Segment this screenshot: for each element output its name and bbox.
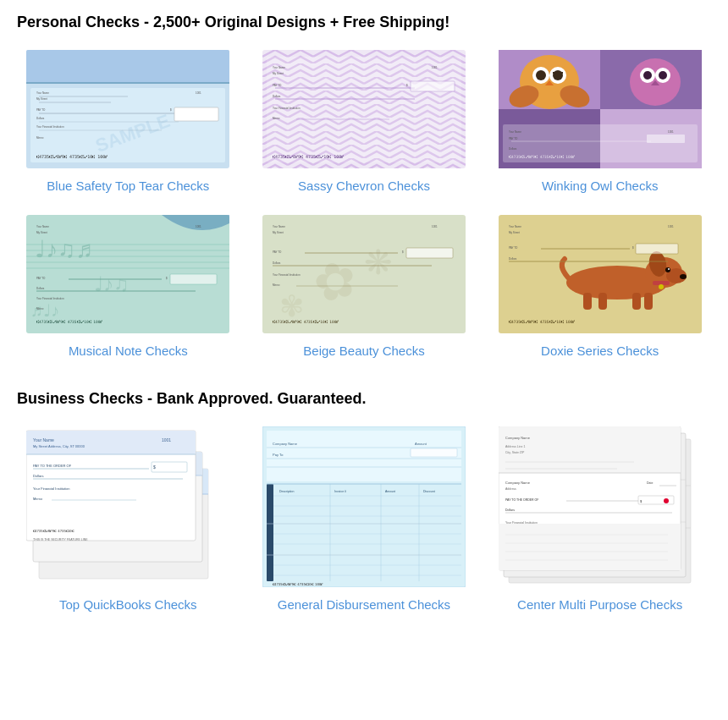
svg-point-107: [665, 267, 670, 272]
svg-text:Address Line 1: Address Line 1: [505, 445, 525, 448]
svg-text:Dollars: Dollars: [273, 261, 281, 265]
svg-rect-2: [26, 82, 229, 84]
svg-rect-111: [598, 293, 607, 310]
personal-section: Personal Checks - 2,500+ Original Design…: [17, 14, 711, 360]
product-doxie-series: Your Name My Street 1001 PAY TO $ Dollar…: [488, 215, 711, 360]
svg-text:1001: 1001: [668, 225, 674, 228]
product-link-general-disbursement[interactable]: General Disbursement Checks: [278, 596, 450, 613]
svg-text:$: $: [153, 464, 156, 470]
product-link-top-quickbooks[interactable]: Top QuickBooks Checks: [59, 596, 197, 613]
svg-point-115: [659, 284, 664, 289]
svg-text:Memo: Memo: [36, 307, 44, 311]
svg-text:Company Name: Company Name: [505, 481, 531, 485]
svg-rect-122: [636, 244, 678, 254]
svg-text:1001: 1001: [432, 66, 438, 69]
svg-text:Your Financial Institution: Your Financial Institution: [36, 125, 64, 129]
svg-text:✾: ✾: [279, 289, 304, 322]
svg-point-53: [643, 71, 652, 80]
svg-text:Dollars: Dollars: [36, 117, 45, 120]
svg-text:Amount: Amount: [385, 490, 395, 493]
svg-text:PAY TO: PAY TO: [36, 108, 46, 112]
svg-rect-1: [26, 50, 229, 84]
svg-text:Date: Date: [647, 481, 653, 485]
svg-rect-148: [152, 462, 187, 472]
svg-text:⑆4735⑆5⑇8⑈9⑆  4735⑆5⑇10⑆  100⑈: ⑆4735⑆5⑇8⑈9⑆ 4735⑆5⑇10⑆ 100⑈: [509, 155, 575, 159]
svg-text:Your Financial Institution: Your Financial Institution: [273, 107, 301, 110]
svg-text:1001: 1001: [668, 130, 674, 134]
svg-text:Your Name: Your Name: [509, 130, 521, 134]
svg-text:PAY TO THE ORDER OF: PAY TO THE ORDER OF: [33, 464, 72, 468]
personal-section-title: Personal Checks - 2,500+ Original Design…: [17, 14, 711, 35]
svg-text:⑆4735⑆5⑇8⑈9⑆  4735⑆10⑆  100⑈: ⑆4735⑆5⑇8⑈9⑆ 4735⑆10⑆ 100⑈: [273, 582, 323, 586]
svg-text:THIS IS THE SECURITY FEATURE L: THIS IS THE SECURITY FEATURE LINE: [33, 538, 88, 541]
product-sassy-chevron: Your Name My Street 1001 PAY TO $ Dollar…: [253, 50, 476, 195]
svg-point-109: [680, 274, 687, 279]
svg-text:Your Financial Institution: Your Financial Institution: [33, 486, 69, 491]
svg-text:Dollars: Dollars: [509, 257, 517, 261]
product-image-center-multipurpose[interactable]: Company Name Address Line 1 City, State …: [499, 426, 702, 587]
svg-text:♩♪♫♬: ♩♪♫♬: [35, 236, 93, 262]
product-image-winking-owl[interactable]: Your Name 1001 PAY TO Dollars ⑆4735⑆5⑇8⑈…: [499, 50, 702, 168]
svg-text:Pay To:: Pay To:: [273, 453, 284, 457]
svg-text:My Street: My Street: [36, 97, 47, 101]
svg-text:Your Name: Your Name: [36, 225, 49, 228]
svg-text:♬♩♪: ♬♩♪: [30, 301, 59, 320]
svg-point-108: [668, 268, 670, 270]
product-link-winking-owl[interactable]: Winking Owl Checks: [542, 177, 659, 195]
svg-text:PAY TO: PAY TO: [509, 137, 518, 140]
svg-point-209: [664, 498, 669, 503]
svg-text:Memo: Memo: [36, 136, 44, 140]
svg-text:⑆4735⑆5⑇8⑈9⑆  4735⑆5⑇10⑆  100⑈: ⑆4735⑆5⑇8⑈9⑆ 4735⑆5⑇10⑆ 100⑈: [273, 320, 339, 324]
svg-text:Memo: Memo: [273, 283, 280, 287]
product-image-sassy-chevron[interactable]: Your Name My Street 1001 PAY TO $ Dollar…: [262, 50, 466, 168]
product-general-disbursement: Company Name Pay To: Amount: [253, 426, 476, 613]
personal-products-grid: Your Name My Street 1001 PAY TO $ Dollar…: [17, 50, 711, 360]
svg-text:Your Name: Your Name: [33, 437, 54, 442]
product-image-top-quickbooks[interactable]: THIS IS THE SECURITY FEATURE LINE Your N…: [26, 426, 229, 587]
svg-text:Dollars: Dollars: [273, 95, 281, 98]
svg-text:PAY TO THE ORDER OF: PAY TO THE ORDER OF: [505, 498, 538, 502]
product-image-doxie-series[interactable]: Your Name My Street 1001 PAY TO $ Dollar…: [499, 215, 702, 333]
svg-text:Memo: Memo: [33, 497, 43, 501]
svg-rect-110: [583, 293, 592, 310]
product-link-beige-beauty[interactable]: Beige Beauty Checks: [303, 342, 424, 360]
product-link-musical-note[interactable]: Musical Note Checks: [69, 342, 188, 360]
svg-rect-29: [411, 81, 455, 91]
svg-text:Invoice #: Invoice #: [334, 490, 346, 493]
svg-text:My Street: My Street: [509, 231, 520, 234]
product-link-sassy-chevron[interactable]: Sassy Chevron Checks: [298, 177, 430, 195]
svg-text:PAY TO: PAY TO: [509, 246, 518, 250]
svg-text:Dollars: Dollars: [36, 287, 45, 290]
product-link-center-multipurpose[interactable]: Center Multi Purpose Checks: [517, 596, 682, 613]
svg-point-44: [536, 70, 546, 80]
product-blue-safety: Your Name My Street 1001 PAY TO $ Dollar…: [17, 50, 240, 195]
svg-text:1001: 1001: [432, 225, 438, 228]
svg-rect-95: [406, 248, 453, 258]
product-image-general-disbursement[interactable]: Company Name Pay To: Amount: [262, 426, 466, 587]
svg-text:Address: Address: [505, 487, 516, 491]
product-image-blue-safety[interactable]: Your Name My Street 1001 PAY TO $ Dollar…: [26, 50, 229, 168]
svg-text:Dollars: Dollars: [33, 474, 43, 478]
svg-text:My Street Address, City, ST 00: My Street Address, City, ST 00000: [33, 444, 85, 448]
svg-rect-9: [174, 107, 218, 121]
svg-text:⑆4735⑆5⑇8⑈9⑆  4735⑆5⑇10⑆  100⑈: ⑆4735⑆5⑇8⑈9⑆ 4735⑆5⑇10⑆ 100⑈: [509, 320, 575, 324]
svg-text:Dollars: Dollars: [509, 147, 517, 151]
product-winking-owl: Your Name 1001 PAY TO Dollars ⑆4735⑆5⑇8⑈…: [488, 50, 711, 195]
svg-text:⑆4735⑆5⑇8⑈9⑆  4735⑆10⑆: ⑆4735⑆5⑇8⑈9⑆ 4735⑆10⑆: [33, 529, 74, 533]
business-products-grid: THIS IS THE SECURITY FEATURE LINE Your N…: [17, 426, 711, 613]
product-image-beige-beauty[interactable]: ✿ ❋ ✾ Your Name My Street 1001 PAY TO $ …: [262, 215, 466, 333]
svg-rect-61: [647, 135, 685, 143]
product-beige-beauty: ✿ ❋ ✾ Your Name My Street 1001 PAY TO $ …: [253, 215, 476, 360]
product-top-quickbooks: THIS IS THE SECURITY FEATURE LINE Your N…: [17, 426, 240, 613]
svg-text:Your Name: Your Name: [509, 225, 521, 228]
svg-text:⑆4735⑆5⑇8⑈9⑆  4735⑆5⑇10⑆  100⑈: ⑆4735⑆5⑇8⑈9⑆ 4735⑆5⑇10⑆ 100⑈: [36, 154, 108, 159]
svg-text:My Street: My Street: [36, 231, 47, 234]
product-image-musical-note[interactable]: ♩♪♫♬ ♩♪♫ ♬♩♪ Your Name My Street 1001 PA…: [26, 215, 229, 333]
svg-text:Your Name: Your Name: [273, 225, 285, 228]
svg-point-45: [553, 70, 563, 80]
product-link-blue-safety[interactable]: Blue Safety Top Tear Checks: [47, 177, 209, 195]
svg-rect-141: [26, 431, 196, 454]
svg-text:Your Name: Your Name: [36, 91, 49, 95]
product-link-doxie-series[interactable]: Doxie Series Checks: [541, 342, 659, 360]
svg-text:City, State ZIP: City, State ZIP: [505, 451, 525, 454]
